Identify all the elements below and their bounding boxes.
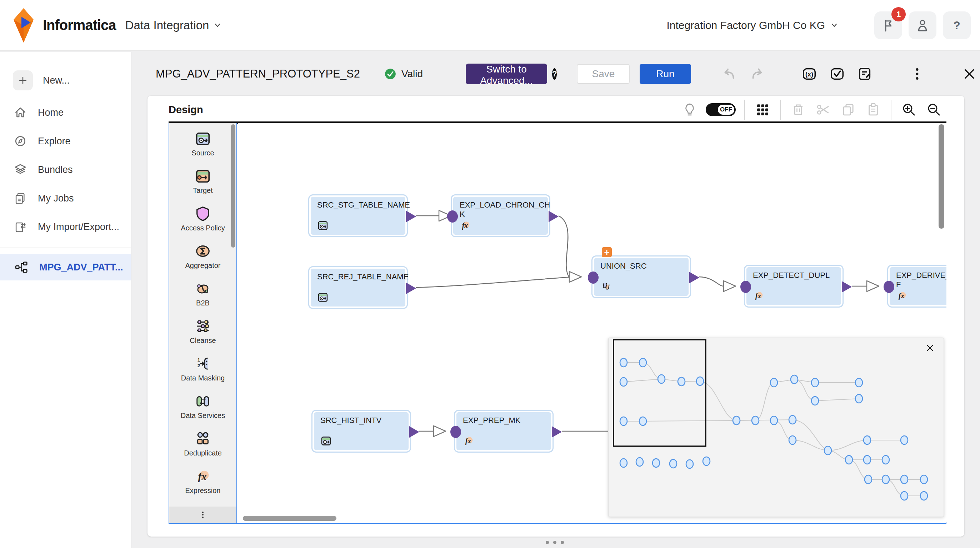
expression-icon [195,468,211,484]
header-right: Integration Factory GmbH Co KG 1 [667,11,971,39]
sidebar-item-my-jobs[interactable]: My Jobs [0,184,131,213]
informatica-logo-icon [11,8,37,43]
sidebar-divider [0,248,131,248]
input-port[interactable] [588,271,598,284]
sidebar-item-new[interactable]: New... [0,66,131,95]
help-icon [949,18,964,33]
node-src-hist[interactable]: SRC_HIST_INTV [312,411,410,452]
palette-item-aggregator[interactable]: Aggregator [169,237,236,275]
copy-button[interactable] [841,102,856,117]
input-port[interactable] [447,210,458,223]
user-icon [915,18,930,33]
parameters-button[interactable] [801,66,818,82]
zoom-in-button[interactable] [901,102,916,117]
save-button[interactable]: Save [577,64,630,84]
node-label: SRC_REJ_TABLE_NAME [317,272,400,282]
minimap-overlay[interactable] [608,338,944,517]
palette-item-access-policy[interactable]: Access Policy [169,200,236,237]
home-icon [13,105,28,120]
palette-item-data-masking[interactable]: Data Masking [169,350,236,388]
transformation-palette: SourceTargetAccess PolicyAggregatorB2BCl… [169,123,237,523]
edit-metadata-button[interactable] [857,66,873,82]
palette-item-deduplicate[interactable]: Deduplicate [169,425,236,463]
output-port[interactable] [549,211,558,222]
node-exp-prep[interactable]: EXP_PREP_MK [455,411,552,452]
canvas-horizontal-scrollbar[interactable] [243,516,336,521]
palette-item-target[interactable]: Target [169,162,236,200]
sidebar-item-explore[interactable]: Explore [0,127,131,155]
node-src-rej[interactable]: SRC_REJ_TABLE_NAME [309,267,407,308]
redo-button[interactable] [749,66,765,82]
canvas-vertical-scrollbar[interactable] [939,124,944,229]
node-label: EXP_DETECT_DUPL [753,271,836,280]
sidebar-item-bundles[interactable]: Bundles [0,155,131,184]
node-label: SRC_HIST_INTV [320,416,404,425]
paste-button[interactable] [866,102,881,117]
switch-to-advanced-button[interactable]: Switch to Advanced... [466,64,547,84]
product-switcher[interactable]: Data Integration [126,19,223,32]
sidebar-item-label: Explore [38,136,71,147]
more-actions-button[interactable] [909,66,925,82]
notifications-button[interactable]: 1 [874,11,902,39]
node-exp-derive[interactable]: EXP_DERIVE_T F [888,266,947,306]
suggestions-toggle[interactable]: OFF [706,103,736,116]
output-port[interactable] [409,426,419,438]
minimap-close-button[interactable] [924,342,936,354]
zoom-in-icon [901,102,916,117]
compass-icon [13,134,28,149]
palette-item-source[interactable]: Source [169,125,236,162]
aggregator-icon [195,243,211,260]
node-label: SRC_STG_TABLE_NAME [317,201,400,210]
zoom-out-button[interactable] [926,102,942,117]
output-port[interactable] [406,283,416,294]
output-port[interactable] [406,211,416,222]
input-port[interactable] [740,281,751,293]
chevron-down-icon [829,21,839,30]
top-header: Informatica Data Integration Integration… [0,0,980,51]
close-asset-button[interactable] [961,66,977,82]
palette-item-b2b[interactable]: B2B [169,275,236,312]
advanced-help-badge[interactable]: ? [552,68,557,80]
output-port[interactable] [842,281,852,293]
help-button[interactable] [943,11,971,39]
input-port[interactable] [884,281,894,293]
kebab-icon [198,510,207,519]
minimap-viewport[interactable] [614,340,706,446]
panel-resize-dots[interactable] [546,541,564,544]
brand-name: Informatica [43,17,116,33]
node-exp-detect[interactable]: EXP_DETECT_DUPL [745,266,843,306]
sidebar: New...HomeExploreBundlesMy JobsMy Import… [0,52,131,548]
sidebar-item-home[interactable]: Home [0,98,131,127]
sidebar-item-my-import-export[interactable]: My Import/Export... [0,213,131,241]
kebab-icon [909,66,925,82]
delete-button[interactable] [791,102,806,117]
palette-item-cleanse[interactable]: Cleanse [169,312,236,350]
output-port[interactable] [689,272,699,283]
palette-scrollbar[interactable] [231,124,235,248]
undo-button[interactable] [721,66,738,82]
palette-more-button[interactable] [169,507,236,523]
sidebar-item-open-asset[interactable]: MPG_ADV_PATT... [0,254,131,280]
org-switcher[interactable]: Integration Factory GmbH Co KG [667,19,840,32]
output-port[interactable] [552,426,562,438]
validate-button[interactable] [829,66,845,82]
fx-icon [460,220,471,231]
node-exp-load[interactable]: EXP_LOAD_CHRON_CH K [452,195,549,236]
divider [744,100,745,119]
palette-item-expression[interactable]: Expression [169,463,236,500]
union-icon [600,281,612,292]
input-port[interactable] [450,426,461,438]
cut-button[interactable] [816,102,831,117]
suggestions-bulb-button[interactable] [682,102,697,117]
edit-list-icon [857,66,873,82]
arrange-layout-button[interactable] [755,102,770,117]
run-button[interactable]: Run [640,64,691,84]
palette-item-label: Access Policy [181,224,224,232]
copy-icon [841,102,856,117]
bulb-icon [682,102,697,117]
user-button[interactable] [908,11,936,39]
node-union-src[interactable]: UNION_SRC+ [592,256,690,297]
data-masking-icon [195,355,211,372]
palette-item-data-services[interactable]: Data Services [169,388,236,425]
node-src-stg[interactable]: SRC_STG_TABLE_NAME [309,195,407,236]
